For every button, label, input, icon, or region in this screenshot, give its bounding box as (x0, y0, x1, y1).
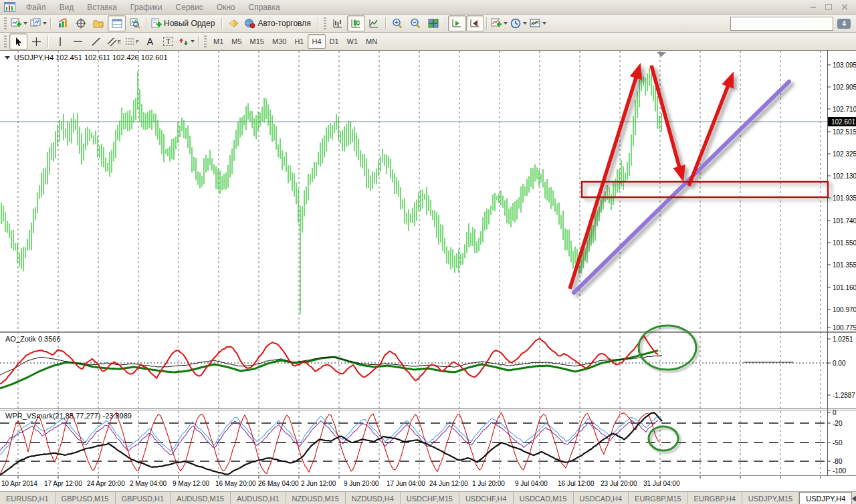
drawing-toolbar: E F A T M1 M5 M15 M30 H1 H4 D1 W1 MN (0, 33, 856, 51)
navigator-button[interactable] (90, 15, 108, 31)
timeframe-m1[interactable]: M1 (209, 34, 227, 49)
chart-collapse-icon[interactable] (5, 56, 10, 59)
zoom-out-button[interactable] (407, 15, 425, 31)
caret-down-icon (43, 22, 47, 25)
caret-down-icon (542, 22, 546, 25)
toolbar-grip[interactable] (4, 35, 7, 47)
svg-text:100.970: 100.970 (833, 306, 856, 313)
notification-badge[interactable]: 4 (837, 19, 851, 29)
new-order-button[interactable]: Новый Ордер (149, 15, 219, 31)
toolbar-separator (47, 35, 49, 47)
crosshair-button[interactable] (27, 33, 45, 49)
channel-letter: E (118, 39, 121, 45)
indicators-button[interactable] (490, 15, 509, 31)
timeframe-h1[interactable]: H1 (290, 34, 308, 49)
svg-text:16 Jul 12:00: 16 Jul 12:00 (558, 480, 595, 487)
line-chart-type-button[interactable] (365, 15, 383, 31)
tab-audusd-h1[interactable]: AUDUSD,H1 (231, 492, 286, 504)
svg-text:-100: -100 (833, 467, 846, 475)
tab-usdcad-h4[interactable]: USDCAD,H4 (574, 492, 629, 504)
autotrading-button[interactable]: Авто-торговля (243, 15, 315, 31)
chart-shift-button[interactable] (466, 15, 484, 31)
chart-profiles-button[interactable] (29, 15, 48, 31)
tile-windows-button[interactable] (425, 15, 443, 31)
tab-usdcad-m15[interactable]: USDCAD,M15 (514, 492, 574, 504)
toolbar-grip[interactable] (324, 17, 326, 29)
timeframe-w1[interactable]: W1 (343, 34, 362, 49)
market-watch-button[interactable] (54, 15, 72, 31)
equidistant-channel-button[interactable]: E (105, 33, 123, 49)
timeframe-d1[interactable]: D1 (326, 34, 343, 49)
chart-canvas[interactable]: 103.095102.905102.710102.515102.325102.1… (0, 50, 856, 491)
autoscroll-button[interactable] (448, 15, 466, 31)
menu-help[interactable]: Справка (242, 1, 287, 13)
vertical-line-button[interactable] (51, 33, 69, 49)
menu-insert[interactable]: Вставка (80, 1, 124, 13)
toolbar-separator (486, 17, 488, 29)
horizontal-line-button[interactable] (69, 33, 87, 49)
periods-icon (510, 18, 521, 29)
svg-text:103.095: 103.095 (833, 61, 856, 69)
zoom-in-button[interactable] (389, 15, 407, 31)
arrows-tool-button[interactable] (177, 33, 196, 49)
caret-down-icon (23, 22, 27, 25)
data-window-icon (76, 18, 86, 29)
tab-eurgbp-m15[interactable]: EURGBP,M15 (629, 492, 688, 504)
timeframe-m30[interactable]: M30 (268, 34, 290, 49)
metaeditor-button[interactable] (225, 15, 243, 31)
menu-service[interactable]: Сервис (169, 1, 210, 13)
trendline-button[interactable] (87, 33, 105, 49)
text-button[interactable]: A (141, 33, 159, 49)
tab-audusd-m15[interactable]: AUDUSD,M15 (171, 492, 231, 504)
close-button[interactable] (837, 3, 851, 11)
search-input[interactable] (733, 19, 831, 28)
tab-usdchf-m15[interactable]: USDCHF,M15 (401, 492, 459, 504)
svg-text:102.130: 102.130 (833, 172, 856, 180)
tab-eurusd-h1[interactable]: EURUSD,H1 (0, 492, 56, 504)
timeframe-mn[interactable]: MN (362, 34, 381, 49)
candlestick-type-button[interactable] (347, 15, 365, 31)
menu-file[interactable]: Файл (19, 1, 53, 13)
tab-gbpusd-m15[interactable]: GBPUSD,M15 (56, 492, 116, 504)
tab-usdjpy-h4[interactable]: USDJPY,H4 (799, 492, 852, 504)
templates-button[interactable] (528, 15, 548, 31)
new-chart-button[interactable] (9, 15, 29, 31)
menu-view[interactable]: Вид (53, 1, 81, 13)
minimize-button[interactable] (807, 3, 820, 11)
chart-shift-icon (469, 18, 480, 29)
restore-button[interactable] (822, 3, 835, 11)
text-label-button[interactable]: T (159, 33, 177, 49)
timeframe-m15[interactable]: M15 (246, 34, 268, 49)
tab-usdjpy-m15[interactable]: USDJPY,M15 (742, 492, 799, 504)
fibonacci-button[interactable]: F (123, 33, 141, 49)
svg-text:17 Apr 12:00: 17 Apr 12:00 (44, 480, 82, 487)
chart-title: USDJPY,H4 102.451 102.611 102.426 102.60… (5, 53, 168, 61)
menu-bar: Файл Вид Вставка Графики Сервис Окно Спр… (0, 0, 856, 15)
tab-nzdusd-m15[interactable]: NZDUSD,M15 (286, 492, 346, 504)
timeframe-m5[interactable]: M5 (227, 34, 245, 49)
svg-text:100.775: 100.775 (833, 324, 856, 332)
terminal-button[interactable] (108, 15, 126, 31)
channel-icon (107, 37, 117, 47)
tab-usdchf-h4[interactable]: USDCHF,H4 (459, 492, 514, 504)
toolbar-grip[interactable] (204, 35, 207, 47)
fibonacci-icon (125, 37, 135, 47)
toolbar-separator (445, 17, 446, 29)
data-window-button[interactable] (72, 15, 90, 31)
bar-chart-type-button[interactable] (329, 15, 347, 31)
strategy-tester-button[interactable] (126, 15, 144, 31)
periods-button[interactable] (509, 15, 528, 31)
strategy-tester-icon (130, 18, 140, 29)
cursor-button[interactable] (9, 33, 27, 49)
toolbar-grip[interactable] (4, 17, 7, 29)
menu-window[interactable]: Окно (210, 1, 242, 13)
tab-eurgbp-h4[interactable]: EURGBP,H4 (688, 492, 742, 504)
menu-charts[interactable]: Графики (124, 1, 169, 13)
text-icon: A (147, 36, 153, 47)
market-watch-icon (58, 18, 68, 29)
toolbar-separator (385, 17, 387, 29)
tab-nzdusd-h4[interactable]: NZDUSD,H4 (346, 492, 401, 504)
timeframe-h4[interactable]: H4 (308, 34, 325, 49)
tab-gbpusd-h1[interactable]: GBPUSD,H1 (116, 492, 171, 504)
svg-text:102.515: 102.515 (833, 128, 856, 136)
